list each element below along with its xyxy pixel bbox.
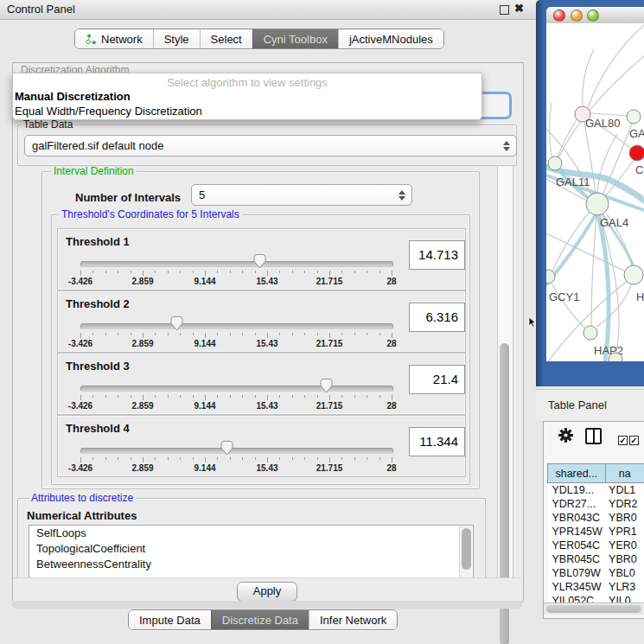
network-edge[interactable] <box>558 118 577 157</box>
table-row[interactable]: YBR043CYBR0 <box>548 511 644 525</box>
tick-mark <box>354 271 355 273</box>
select-none-checkbox-icon[interactable]: ✓ <box>629 436 639 445</box>
close-traffic-light[interactable] <box>553 10 565 22</box>
apply-button[interactable]: Apply <box>237 582 297 602</box>
table-row[interactable]: YBR045CYBR0 <box>548 552 644 566</box>
slider-thumb[interactable] <box>220 440 234 456</box>
vertical-scrollbar[interactable] <box>497 166 513 577</box>
network-edge[interactable] <box>590 113 627 116</box>
minimize-traffic-light[interactable] <box>571 10 583 22</box>
float-window-icon[interactable] <box>500 5 509 15</box>
table-cell[interactable]: YBR0 <box>605 511 644 525</box>
zoom-traffic-light[interactable] <box>587 10 599 22</box>
list-scrollbar[interactable] <box>459 526 472 577</box>
tab-style[interactable]: Style <box>153 29 200 48</box>
tick-mark <box>354 457 355 460</box>
table-cell[interactable]: YDL19... <box>548 483 606 498</box>
table-data-combobox[interactable]: galFiltered.sif default node <box>24 135 517 156</box>
table-cell[interactable]: YDL1 <box>605 483 644 498</box>
tab-discretize-data[interactable]: Discretize Data <box>211 610 309 629</box>
dropdown-option-manual-discretization[interactable]: Manual Discretization <box>13 89 481 104</box>
column-header-shared[interactable]: shared... <box>548 464 606 483</box>
tick-mark <box>205 395 206 400</box>
slider-track[interactable] <box>80 261 393 267</box>
table-cell[interactable]: YBL0 <box>605 566 644 580</box>
column-header-na[interactable]: na <box>605 464 644 483</box>
network-edge[interactable] <box>558 56 644 158</box>
table-cell[interactable]: YBR0 <box>605 552 644 566</box>
table-cell[interactable]: YER054C <box>548 539 606 552</box>
attribute-item-selfloops[interactable]: SelfLoops <box>29 526 473 541</box>
table-cell[interactable]: YBR043C <box>548 511 606 525</box>
threshold-value-field[interactable]: 11.344 <box>409 427 465 456</box>
network-graph[interactable]: GAL80GALCGAL11GAL4GCY1HHAP2 <box>546 23 644 361</box>
table-cell[interactable]: YLR3 <box>605 580 644 594</box>
network-edge[interactable] <box>550 103 552 156</box>
tab-jactivemnodules[interactable]: jActiveMNodules <box>338 29 443 48</box>
network-edge-highlighted[interactable] <box>598 215 609 361</box>
table-row[interactable]: YPR145WYPR1 <box>548 525 644 539</box>
numerical-attributes-list[interactable]: SelfLoopsTopologicalCoefficientBetweenne… <box>29 525 474 577</box>
slider-thumb[interactable] <box>252 253 267 270</box>
table-cell[interactable]: YER0 <box>605 539 644 552</box>
threshold-value-field[interactable]: 14.713 <box>409 240 465 270</box>
threshold-value-field[interactable]: 21.4 <box>409 365 465 394</box>
tab-infer-network[interactable]: Infer Network <box>309 610 397 629</box>
tick-mark <box>180 395 181 398</box>
table-cell[interactable]: YDR2 <box>605 497 644 511</box>
table-row[interactable]: YLR345WYLR3 <box>548 580 644 594</box>
tick-mark <box>317 395 318 398</box>
tab-network[interactable]: Network <box>75 29 153 48</box>
select-all-checkbox-icon[interactable]: ✓ <box>618 436 628 445</box>
network-edge[interactable] <box>588 25 644 107</box>
tick-mark <box>292 457 293 460</box>
table-row[interactable]: YDR27...YDR2 <box>548 497 644 511</box>
tab-cyni-toolbox[interactable]: Cyni Toolbox <box>252 29 338 48</box>
node-attribute-table[interactable]: shared...na YDL19...YDL1YDR27...YDR2YBR0… <box>547 463 644 608</box>
tick-label: 28 <box>366 277 418 286</box>
table-cell[interactable]: YBR045C <box>548 552 606 566</box>
slider-track[interactable] <box>80 323 393 329</box>
table-cell[interactable]: YDR27... <box>548 497 606 511</box>
table-cell[interactable]: YLR345W <box>548 580 606 594</box>
number-of-intervals-combobox[interactable]: 5 <box>191 184 412 206</box>
slider-track[interactable] <box>80 386 393 392</box>
tick-mark <box>217 457 218 460</box>
attribute-item-topologicalcoefficient[interactable]: TopologicalCoefficient <box>29 541 473 557</box>
network-canvas[interactable]: GAL80GALCGAL11GAL4GCY1HHAP2 <box>546 23 644 361</box>
network-node-gal4[interactable] <box>586 193 609 215</box>
close-icon[interactable]: ✖ <box>514 2 524 15</box>
slider-track[interactable] <box>80 448 393 454</box>
slider-thumb[interactable] <box>319 378 334 394</box>
network-node-gcy1[interactable] <box>546 270 555 284</box>
horizontal-scrollbar[interactable] <box>544 603 644 615</box>
network-view-window[interactable]: GAL80GALCGAL11GAL4GCY1HHAP2 <box>536 0 644 386</box>
network-node-gal11[interactable] <box>548 156 562 170</box>
table-row[interactable]: YBL079WYBL0 <box>548 566 644 580</box>
table-cell[interactable]: YBL079W <box>548 566 606 580</box>
attribute-item-betweennesscentrality[interactable]: BetweennessCentrality <box>29 557 473 572</box>
table-cell[interactable]: YPR145W <box>548 525 606 539</box>
network-edge[interactable] <box>546 233 626 271</box>
network-node-hap2[interactable] <box>583 326 597 340</box>
dropdown-option-equal-width-frequency-discretization[interactable]: Equal Width/Frequency Discretization <box>13 104 481 118</box>
tick-mark <box>242 457 243 460</box>
network-node-h[interactable] <box>624 265 643 284</box>
table-row[interactable]: YER054CYER0 <box>548 539 644 552</box>
network-node-gal[interactable] <box>627 110 641 124</box>
tab-impute-data[interactable]: Impute Data <box>129 610 211 629</box>
tab-select[interactable]: Select <box>200 29 252 48</box>
network-node-c[interactable] <box>629 145 644 161</box>
table-cell[interactable]: YPR1 <box>605 525 644 539</box>
scrollbar-thumb[interactable] <box>546 605 641 613</box>
network-window-titlebar[interactable] <box>546 7 644 24</box>
tick-mark <box>118 271 118 273</box>
tick-mark <box>105 333 106 335</box>
split-columns-icon[interactable] <box>585 428 602 444</box>
gear-icon[interactable] <box>558 427 574 443</box>
network-edge[interactable] <box>552 212 590 271</box>
table-row[interactable]: YDL19...YDL1 <box>548 483 644 498</box>
slider-thumb[interactable] <box>169 316 184 332</box>
threshold-value-field[interactable]: 6.316 <box>409 303 465 332</box>
tick-mark <box>168 395 169 398</box>
